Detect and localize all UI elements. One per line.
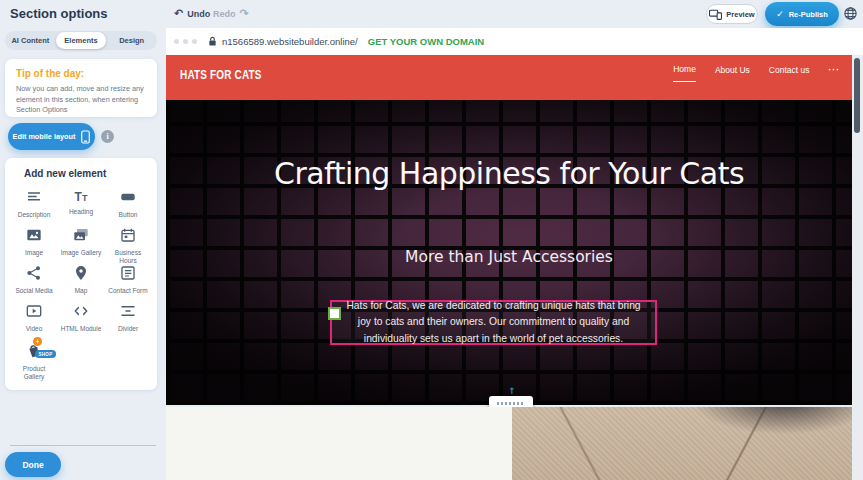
element-drag-handle[interactable] [328,307,341,320]
element-heading[interactable]: TT Heading [58,189,105,227]
globe-icon [843,6,858,21]
element-map[interactable]: Map [58,265,105,303]
shop-badge: SHOP [35,350,57,358]
heading-icon: TT [75,189,88,206]
element-description[interactable]: Description [11,189,58,227]
hero-subheading[interactable]: More than Just Accessories [166,248,852,266]
social-media-icon [26,265,42,285]
hero-section[interactable]: Crafting Happiness for Your Cats More th… [166,100,852,405]
tip-body: Now you can add, move and resize any ele… [16,84,146,116]
element-social-media[interactable]: Social Media [11,265,58,303]
preview-label: Preview [726,10,754,19]
done-button[interactable]: Done [5,452,61,477]
nav-more-ellipsis-icon[interactable]: ··· [829,65,841,82]
element-video[interactable]: Video [11,303,58,341]
element-product-gallery[interactable]: SHOP Product Gallery [11,341,58,379]
nav-contact-us[interactable]: Contact us [769,65,810,82]
next-section-background [166,407,512,480]
check-icon: ✓ [776,9,784,19]
nav-about-us[interactable]: About Us [715,65,750,82]
undo-icon: ↶ [174,8,183,19]
resize-handle-dots [497,402,525,405]
phone-icon [81,130,90,144]
site-header: HATS FOR CATS Home About Us Contact us ·… [166,55,852,100]
map-icon [73,265,89,285]
element-button[interactable]: Button [105,189,152,227]
business-hours-icon [120,227,136,247]
element-business-hours[interactable]: Business Hours [105,227,152,265]
element-divider[interactable]: Divider [105,303,152,341]
info-icon[interactable]: i [101,130,114,143]
language-globe-button[interactable] [841,4,859,22]
element-html-module[interactable]: HTML Module [58,303,105,341]
preview-scrollbar-thumb[interactable] [854,58,860,133]
element-grid: Description TT Heading Button Image Imag… [10,189,152,379]
element-image-gallery[interactable]: Image Gallery [58,227,105,265]
tip-of-the-day-card: Tip of the day: Now you can add, move an… [5,59,157,117]
preview-button[interactable]: Preview [706,4,758,24]
undo-label: Undo [187,9,210,19]
get-your-own-domain-link[interactable]: GET YOUR OWN DOMAIN [368,36,484,47]
lock-icon [208,36,217,47]
element-image[interactable]: Image [11,227,58,265]
site-url: n1566589.websitebuilder.online/ [208,36,358,47]
html-module-icon [73,303,89,323]
republish-label: Re-Publish [789,10,828,19]
hero-paragraph: Hats for Cats, we are dedicated to craft… [342,298,645,347]
preview-browser-bar: n1566589.websitebuilder.online/ GET YOUR… [166,28,863,55]
edit-mobile-layout-button[interactable]: Edit mobile layout [8,123,95,150]
button-icon [120,189,136,209]
browser-dots [174,39,197,44]
sidebar-divider [10,445,156,446]
next-section-carpet-image [512,407,852,480]
site-logo[interactable]: HATS FOR CATS [180,68,262,82]
image-icon [26,227,42,247]
add-element-panel: Add new element Description TT Heading B… [5,158,157,390]
resize-up-arrow-icon[interactable]: ↑ [505,387,519,396]
tab-ai-content[interactable]: AI Content [5,32,56,49]
page-title: Section options [10,6,108,21]
app-root: Section options ↶ Undo Redo ↷ Preview ✓ … [0,0,863,480]
republish-button[interactable]: ✓ Re-Publish [765,2,839,26]
hero-paragraph-box[interactable]: Hats for Cats, we are dedicated to craft… [330,300,657,345]
hero-heading[interactable]: Crafting Happiness for Your Cats [166,152,852,196]
site-nav: Home About Us Contact us ··· [673,64,840,82]
redo-label: Redo [213,9,236,19]
redo-button[interactable]: Redo ↷ [213,8,249,19]
element-contact-form[interactable]: Contact Form [105,265,152,303]
nav-home[interactable]: Home [673,64,696,82]
divider-icon [120,303,136,323]
undo-button[interactable]: ↶ Undo [174,8,210,19]
devices-icon [709,9,722,20]
sidebar-tabbar: AI Content Elements Design [5,31,157,50]
new-feature-badge [33,337,42,346]
video-icon [26,303,42,323]
description-icon [26,189,42,209]
tab-elements[interactable]: Elements [56,32,107,49]
contact-form-icon [120,265,136,285]
add-element-title: Add new element [24,168,152,179]
tip-title: Tip of the day: [16,68,146,79]
edit-mobile-label: Edit mobile layout [13,132,76,141]
redo-icon: ↷ [240,8,249,19]
tab-design[interactable]: Design [106,32,157,49]
image-gallery-icon [73,227,89,247]
